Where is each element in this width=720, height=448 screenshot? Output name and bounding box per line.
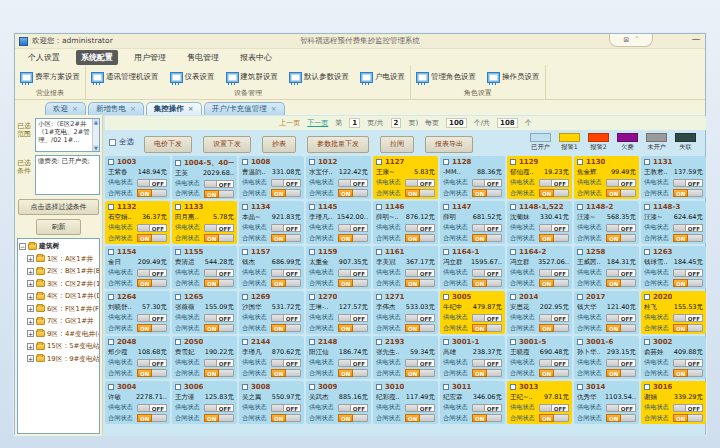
switch-on-button[interactable]: ON <box>204 324 219 332</box>
tab-欢迎[interactable]: 欢迎× <box>45 102 86 115</box>
menu-item-报表中心[interactable]: 报表中心 <box>235 50 277 65</box>
tab-close-icon[interactable]: × <box>72 106 78 113</box>
switch-on-button[interactable]: ON <box>539 279 554 287</box>
select-all[interactable]: 全选 <box>109 137 134 147</box>
switch-toggle[interactable]: ON <box>204 190 234 198</box>
tab-close-icon[interactable]: × <box>188 106 194 113</box>
switch-toggle[interactable]: ON <box>472 234 502 242</box>
switch-on-button[interactable]: ON <box>204 190 219 198</box>
switch-on-button[interactable]: ON <box>204 279 219 287</box>
meter-checkbox[interactable] <box>577 249 583 255</box>
supply-off-button[interactable]: OFF <box>216 404 234 412</box>
switch-on-button[interactable]: ON <box>673 414 688 422</box>
tree-item[interactable]: +15区：5#变电站(3#… <box>27 341 98 351</box>
switch-toggle[interactable]: ON <box>405 189 435 197</box>
switch-toggle[interactable]: ON <box>539 189 569 197</box>
tab-close-icon[interactable]: × <box>271 106 277 113</box>
ribbon-button-建筑群设置[interactable]: 建筑群设置 <box>224 71 281 84</box>
ribbon-button-仪表设置[interactable]: 仪表设置 <box>168 71 217 84</box>
meter-checkbox[interactable] <box>443 294 449 300</box>
switch-toggle[interactable]: ON <box>338 324 368 332</box>
switch-on-button[interactable]: ON <box>606 279 621 287</box>
switch-toggle[interactable]: ON <box>338 279 368 287</box>
supply-off-button[interactable]: OFF <box>685 359 703 367</box>
tree-expand-icon[interactable]: + <box>27 343 34 350</box>
supply-off-button[interactable]: OFF <box>417 404 435 412</box>
supply-off-button[interactable]: OFF <box>618 404 636 412</box>
toolbar-button-电价下发[interactable]: 电价下发 <box>144 136 192 153</box>
supply-toggle[interactable]: OFF <box>673 269 703 277</box>
switch-on-button[interactable]: ON <box>137 414 152 422</box>
supply-off-button[interactable]: OFF <box>484 179 502 187</box>
supply-toggle[interactable]: OFF <box>204 314 234 322</box>
meter-checkbox[interactable] <box>376 159 382 165</box>
tree-expand-icon[interactable]: + <box>27 318 34 325</box>
switch-on-button[interactable]: ON <box>338 324 353 332</box>
tree-item[interactable]: +1区：A区1#井 <box>27 254 98 264</box>
tree-item[interactable]: +6区：F区1#井(F区… <box>27 304 98 314</box>
minimize-button[interactable]: — <box>691 36 701 45</box>
supply-off-button[interactable]: OFF <box>618 314 636 322</box>
meter-checkbox[interactable] <box>376 204 382 210</box>
switch-toggle[interactable]: ON <box>673 234 703 242</box>
supply-off-button[interactable]: OFF <box>685 314 703 322</box>
supply-toggle[interactable]: OFF <box>405 404 435 412</box>
toolbar-button-设置下发[interactable]: 设置下发 <box>203 136 251 153</box>
supply-off-button[interactable]: OFF <box>216 180 234 188</box>
meter-checkbox[interactable] <box>175 249 181 255</box>
supply-toggle[interactable]: OFF <box>472 224 502 232</box>
switch-toggle[interactable]: ON <box>472 189 502 197</box>
supply-off-button[interactable]: OFF <box>149 359 167 367</box>
supply-off-button[interactable]: OFF <box>350 314 368 322</box>
meter-checkbox[interactable] <box>376 339 382 345</box>
switch-on-button[interactable]: ON <box>204 369 219 377</box>
supply-toggle[interactable]: OFF <box>606 314 636 322</box>
switch-toggle[interactable]: ON <box>271 369 301 377</box>
meter-checkbox[interactable] <box>309 159 315 165</box>
range-scrollbar[interactable]: ▲ ▼ <box>92 119 99 151</box>
tree-expand-icon[interactable]: + <box>27 293 34 300</box>
switch-toggle[interactable]: ON <box>204 414 234 422</box>
meter-checkbox[interactable] <box>577 384 583 390</box>
switch-toggle[interactable]: ON <box>271 189 301 197</box>
switch-on-button[interactable]: ON <box>606 369 621 377</box>
supply-off-button[interactable]: OFF <box>149 314 167 322</box>
supply-toggle[interactable]: OFF <box>405 269 435 277</box>
meter-checkbox[interactable] <box>175 339 181 345</box>
switch-toggle[interactable]: ON <box>472 324 502 332</box>
supply-toggle[interactable]: OFF <box>606 179 636 187</box>
supply-off-button[interactable]: OFF <box>149 224 167 232</box>
meter-checkbox[interactable] <box>644 204 650 210</box>
choose-filter-button[interactable]: 点击选择过滤条件 <box>18 199 99 215</box>
supply-off-button[interactable]: OFF <box>551 224 569 232</box>
supply-off-button[interactable]: OFF <box>149 179 167 187</box>
supply-off-button[interactable]: OFF <box>551 404 569 412</box>
menu-item-个人设置[interactable]: 个人设置 <box>23 50 65 65</box>
supply-toggle[interactable]: OFF <box>204 404 234 412</box>
switch-on-button[interactable]: ON <box>673 234 688 242</box>
supply-toggle[interactable]: OFF <box>137 314 167 322</box>
meter-checkbox[interactable] <box>577 204 583 210</box>
supply-toggle[interactable]: OFF <box>539 404 569 412</box>
ribbon-button-管理角色设置[interactable]: 管理角色设置 <box>414 71 478 84</box>
meter-checkbox[interactable] <box>108 294 114 300</box>
supply-off-button[interactable]: OFF <box>350 404 368 412</box>
switch-toggle[interactable]: ON <box>405 414 435 422</box>
switch-on-button[interactable]: ON <box>405 234 420 242</box>
supply-toggle[interactable]: OFF <box>539 314 569 322</box>
supply-toggle[interactable]: OFF <box>204 269 234 277</box>
switch-on-button[interactable]: ON <box>271 324 286 332</box>
switch-on-button[interactable]: ON <box>137 234 152 242</box>
supply-off-button[interactable]: OFF <box>685 179 703 187</box>
supply-toggle[interactable]: OFF <box>539 359 569 367</box>
supply-off-button[interactable]: OFF <box>283 269 301 277</box>
switch-on-button[interactable]: ON <box>606 324 621 332</box>
meter-checkbox[interactable] <box>309 384 315 390</box>
switch-on-button[interactable]: ON <box>539 369 554 377</box>
switch-on-button[interactable]: ON <box>338 369 353 377</box>
supply-toggle[interactable]: OFF <box>271 269 301 277</box>
tab-开户/卡充值管理[interactable]: 开户/卡充值管理× <box>204 102 285 115</box>
meter-checkbox[interactable] <box>108 384 114 390</box>
supply-off-button[interactable]: OFF <box>149 269 167 277</box>
switch-toggle[interactable]: ON <box>338 234 368 242</box>
